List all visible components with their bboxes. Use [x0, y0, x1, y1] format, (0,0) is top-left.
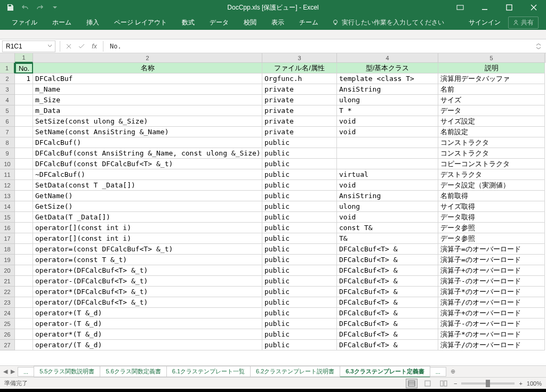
sheet-tab-more-left[interactable]: ...	[18, 367, 34, 377]
cell[interactable]: operator/(T &_d)	[33, 340, 262, 350]
cell[interactable]	[15, 233, 33, 244]
cell[interactable]: T *	[337, 105, 438, 116]
row-header[interactable]: 25	[0, 318, 15, 329]
save-icon[interactable]	[3, 1, 17, 14]
cell[interactable]: ulong	[337, 201, 438, 212]
tell-me-search[interactable]: 実行したい作業を入力してください	[326, 18, 444, 27]
col-header[interactable]: 2	[33, 53, 262, 63]
sheet-tab-more-right[interactable]: ...	[430, 367, 446, 377]
cell[interactable]: サイズ設定	[438, 116, 545, 127]
cell[interactable]: private	[262, 116, 337, 127]
row-header[interactable]: 19	[0, 255, 15, 265]
col-header[interactable]: 4	[337, 53, 438, 63]
cell[interactable]: 名前設定	[438, 127, 545, 137]
cell[interactable]: public	[262, 169, 337, 180]
cell[interactable]: DFCalcBuf<T> &	[337, 340, 438, 350]
view-pagelayout-icon[interactable]	[422, 379, 433, 388]
cell[interactable]: 演算子-のオーバーロード	[438, 318, 545, 329]
sheet-tab[interactable]: 5.6クラス関数定義書	[100, 366, 166, 377]
row-header[interactable]: 4	[0, 95, 15, 105]
share-button[interactable]: 共有	[508, 17, 539, 29]
cancel-icon[interactable]	[62, 40, 75, 52]
row-header[interactable]: 3	[0, 84, 15, 95]
cell[interactable]: void	[337, 127, 438, 137]
sheet-nav-next-icon[interactable]: ▶	[11, 368, 15, 375]
cell[interactable]	[15, 105, 33, 116]
cell[interactable]	[337, 159, 438, 169]
row-header[interactable]: 15	[0, 212, 15, 223]
cell[interactable]: public	[262, 297, 337, 308]
add-sheet-icon[interactable]: ⊕	[446, 368, 460, 375]
zoom-slider[interactable]	[461, 382, 515, 385]
cell[interactable]	[15, 180, 33, 191]
cell[interactable]: operator*(DFCalcBuf<T> &_t)	[33, 287, 262, 297]
table-header[interactable]: 説明	[438, 63, 545, 74]
row-header[interactable]: 5	[0, 105, 15, 116]
tab-data[interactable]: データ	[202, 15, 236, 30]
cell[interactable]: public	[262, 191, 337, 201]
cell[interactable]: public	[262, 223, 337, 233]
cell[interactable]: operator=(const DFCalcBuf<T> &_t)	[33, 244, 262, 255]
cell[interactable]	[15, 148, 33, 159]
row-header[interactable]: 14	[0, 201, 15, 212]
table-header[interactable]: 型/基本クラス	[337, 63, 438, 74]
cell[interactable]: SetSize(const ulong &_Size)	[33, 116, 262, 127]
cell[interactable]: DFCalcBuf<T> &	[337, 255, 438, 265]
fx-icon[interactable]: fx	[88, 40, 101, 52]
expand-formula-icon[interactable]	[536, 44, 546, 49]
cell[interactable]	[15, 308, 33, 318]
tab-file[interactable]: ファイル	[4, 15, 45, 30]
cell[interactable]	[15, 116, 33, 127]
cell[interactable]	[15, 318, 33, 329]
cell[interactable]: public	[262, 233, 337, 244]
cell[interactable]: Orgfunc.h	[262, 74, 337, 84]
maximize-icon[interactable]	[497, 0, 521, 15]
select-all-corner[interactable]	[0, 53, 15, 63]
cell[interactable]: public	[262, 329, 337, 340]
row-header[interactable]: 6	[0, 116, 15, 127]
sheet-nav-prev-icon[interactable]: ◀	[3, 368, 7, 375]
cell[interactable]: DFCalcBuf(const AnsiString &_Name, const…	[33, 148, 262, 159]
cell[interactable]: ~DFCalcBuf()	[33, 169, 262, 180]
cell[interactable]: public	[262, 180, 337, 191]
sheet-tab[interactable]: 6.1クラステンプレート一覧	[166, 366, 251, 377]
tab-home[interactable]: ホーム	[45, 15, 79, 30]
cell[interactable]: コピーコンストラクタ	[438, 159, 545, 169]
cell[interactable]: operator/(DFCalcBuf<T> &_t)	[33, 297, 262, 308]
row-header[interactable]: 27	[0, 340, 15, 350]
sheet-tab[interactable]: 6.2クラステンプレート説明書	[250, 366, 340, 377]
cell[interactable]: public	[262, 137, 337, 148]
row-header[interactable]: 11	[0, 169, 15, 180]
cell[interactable]: void	[337, 180, 438, 191]
row-header[interactable]: 21	[0, 276, 15, 287]
cell[interactable]: public	[262, 212, 337, 223]
cell[interactable]: コンストラクタ	[438, 148, 545, 159]
cell[interactable]: DFCalcBuf(const DFCalcBuf<T> &_t)	[33, 159, 262, 169]
row-header[interactable]: 9	[0, 148, 15, 159]
cell[interactable]: 演算子+のオーバーロード	[438, 265, 545, 276]
row-header[interactable]: 20	[0, 265, 15, 276]
cell[interactable]: public	[262, 340, 337, 350]
cell[interactable]: m_Data	[33, 105, 262, 116]
cell[interactable]: データ参照	[438, 223, 545, 233]
cell[interactable]: SetData(const T _Data[])	[33, 180, 262, 191]
cell[interactable]: operator[](const int i)	[33, 233, 262, 244]
cell[interactable]: private	[262, 105, 337, 116]
cell[interactable]: operator-(T &_d)	[33, 318, 262, 329]
cell[interactable]: データ	[438, 105, 545, 116]
cell[interactable]: public	[262, 276, 337, 287]
row-header[interactable]: 2	[0, 74, 15, 84]
cell[interactable]	[337, 137, 438, 148]
cell[interactable]: void	[337, 116, 438, 127]
cell[interactable]: operator*(T &_d)	[33, 329, 262, 340]
col-header[interactable]: 3	[262, 53, 337, 63]
redo-icon[interactable]	[33, 1, 47, 14]
cell[interactable]	[15, 84, 33, 95]
tab-view[interactable]: 表示	[264, 15, 292, 30]
cell[interactable]	[15, 329, 33, 340]
cell[interactable]: DFCalcBuf()	[33, 137, 262, 148]
row-header[interactable]: 18	[0, 244, 15, 255]
tab-insert[interactable]: 挿入	[79, 15, 107, 30]
cell[interactable]	[15, 297, 33, 308]
cell[interactable]: const T&	[337, 223, 438, 233]
